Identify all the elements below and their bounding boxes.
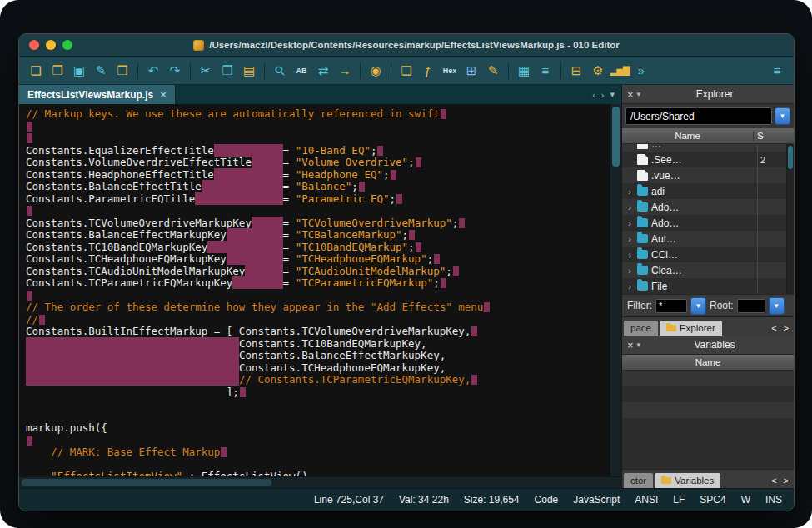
code-text: Constants.BalanceEffectTitle	[26, 180, 202, 192]
code-text: =	[283, 265, 296, 277]
edit-grid-icon[interactable]: ✎	[483, 61, 503, 81]
filter-input[interactable]	[655, 299, 687, 313]
explorer-path-row: /Users/Shared ▼	[622, 104, 794, 128]
horizontal-scrollbar-thumb[interactable]	[22, 479, 271, 486]
explorer-row[interactable]: ›CCl…	[622, 247, 794, 262]
find-icon[interactable]: ⚲	[266, 57, 294, 85]
zoom-window-button[interactable]	[62, 40, 72, 50]
explorer-row[interactable]: .See…2	[622, 152, 794, 167]
save-all-icon[interactable]: ❒	[112, 61, 132, 81]
variables-tab-left-icon[interactable]: <	[771, 476, 776, 486]
filter-dropdown-button[interactable]: ▼	[690, 297, 706, 315]
folder-icon	[637, 202, 648, 212]
explorer-panel-title: Explorer	[640, 88, 789, 100]
goto-icon[interactable]: →	[335, 61, 355, 81]
chart-icon[interactable]: ▂▅▇	[610, 61, 630, 81]
templates-icon[interactable]: ❏	[396, 61, 416, 81]
folder-icon	[666, 325, 676, 331]
minimize-window-button[interactable]	[46, 40, 56, 50]
tab-workspace[interactable]: pace	[624, 321, 658, 336]
tab-explorer[interactable]: Explorer	[660, 321, 722, 336]
close-window-button[interactable]	[29, 40, 39, 50]
cut-icon[interactable]: ✂	[196, 61, 216, 81]
save-icon[interactable]: ▣	[69, 61, 89, 81]
tab-effectslistviewsmarkup[interactable]: EffectsListViewsMarkup.js ×	[19, 85, 176, 104]
code-line: // The order of these determine how they…	[26, 301, 610, 314]
new-file-icon[interactable]: ❏	[26, 61, 46, 81]
explorer-scrollbar-thumb[interactable]	[788, 146, 793, 169]
menu-icon[interactable]: ≡	[767, 61, 787, 81]
title-bar[interactable]: /Users/maczl/Desktop/Contents/Resources/…	[19, 34, 794, 57]
expand-chevron-icon[interactable]: ›	[625, 218, 634, 228]
panel-tab-left-icon[interactable]: <	[771, 323, 776, 333]
copy-icon[interactable]: ❐	[217, 61, 237, 81]
explorer-row[interactable]: ›File	[622, 278, 794, 294]
code-text: "EffectsListItemView"	[51, 470, 182, 476]
code-text: Constants.BalanceEffectMarkupKey,	[239, 349, 446, 361]
explorer-close-icon[interactable]: ×	[627, 88, 634, 101]
expand-chevron-icon[interactable]: ›	[625, 281, 634, 291]
hex-grid-icon[interactable]: ⊞	[461, 61, 481, 81]
code-text: markup.push({	[26, 421, 107, 434]
tab-scroll-left-icon[interactable]: ‹	[592, 90, 595, 100]
root-dropdown-button[interactable]: ▼	[769, 297, 785, 315]
code-area[interactable]: // Markup keys. We use these are automat…	[19, 104, 610, 476]
tab-inspector[interactable]: ctor	[624, 473, 653, 488]
variables-name-column-header[interactable]: Name	[622, 357, 794, 367]
expand-chevron-icon[interactable]: ›	[625, 266, 634, 276]
hex-mode-icon[interactable]: Hex	[440, 61, 460, 81]
selection-stub	[416, 157, 421, 167]
save-as-icon[interactable]: ✎	[91, 61, 111, 81]
selection-block	[227, 228, 283, 241]
path-dropdown-button[interactable]: ▼	[775, 107, 790, 125]
expand-chevron-icon[interactable]: ›	[625, 250, 634, 260]
explorer-scrollbar[interactable]	[786, 144, 794, 294]
paste-icon[interactable]: ▤	[239, 61, 259, 81]
explorer-row[interactable]: ›Ado…	[622, 215, 794, 231]
explorer-row[interactable]: ›Ado…	[622, 199, 794, 215]
selection-stub	[484, 302, 490, 312]
tab-variables[interactable]: Variables	[655, 473, 720, 488]
tab-close-icon[interactable]: ×	[160, 88, 167, 101]
explorer-row[interactable]: ›Clea…	[622, 262, 794, 278]
editor-vertical-scrollbar[interactable]	[610, 104, 621, 476]
panel-tab-right-icon[interactable]: >	[784, 323, 789, 333]
expand-chevron-icon[interactable]: ›	[625, 234, 634, 244]
find-text-icon[interactable]: AB	[291, 61, 311, 81]
variables-close-icon[interactable]: ×	[627, 339, 634, 351]
variables-list	[622, 371, 794, 434]
selection-stub	[471, 326, 477, 336]
expand-chevron-icon[interactable]: ›	[625, 187, 634, 197]
vertical-scrollbar-thumb[interactable]	[612, 107, 620, 167]
name-column-header[interactable]: Name	[622, 131, 753, 141]
tab-scroll-right-icon[interactable]: ›	[601, 90, 605, 100]
variables-tab-right-icon[interactable]: >	[784, 476, 789, 486]
root-input[interactable]	[737, 299, 765, 313]
root-label: Root:	[710, 300, 734, 311]
undo-icon[interactable]: ↶	[143, 61, 163, 81]
path-combo-box[interactable]: /Users/Shared	[625, 107, 772, 125]
redo-icon[interactable]: ↷	[165, 61, 185, 81]
main-area: EffectsListViewsMarkup.js × ‹ › ▾ // Mar…	[19, 85, 794, 488]
tools-icon[interactable]: ⚙	[588, 61, 608, 81]
compare-icon[interactable]: ◉	[366, 61, 386, 81]
explorer-row[interactable]: …	[622, 144, 794, 152]
variables-tab-label: Variables	[675, 476, 714, 486]
replace-icon[interactable]: ⇄	[313, 61, 333, 81]
calculator-icon[interactable]: ⊟	[566, 61, 586, 81]
editor-horizontal-scrollbar[interactable]	[19, 476, 621, 488]
explorer-row[interactable]: ›adi	[622, 183, 794, 199]
size-column-header[interactable]: S	[753, 131, 794, 141]
more-tools-icon[interactable]: »	[631, 61, 651, 81]
table-view-icon[interactable]: ▦	[514, 61, 534, 81]
code-text: "TCHeadphoneEQMarkup"	[296, 252, 427, 265]
tab-list-icon[interactable]: ▾	[610, 89, 615, 100]
selection-stub	[27, 291, 32, 301]
list-view-icon[interactable]: ≡	[536, 61, 555, 81]
scripts-icon[interactable]: ƒ	[418, 61, 438, 81]
explorer-row[interactable]: .vue…	[622, 167, 794, 183]
open-folder-icon[interactable]: ❐	[47, 61, 67, 81]
expand-chevron-icon[interactable]: ›	[625, 202, 634, 212]
explorer-row[interactable]: ›Aut…	[622, 231, 794, 247]
code-line: Constants.TCHeadphoneEQMarkupKey = "TCHe…	[26, 253, 610, 266]
